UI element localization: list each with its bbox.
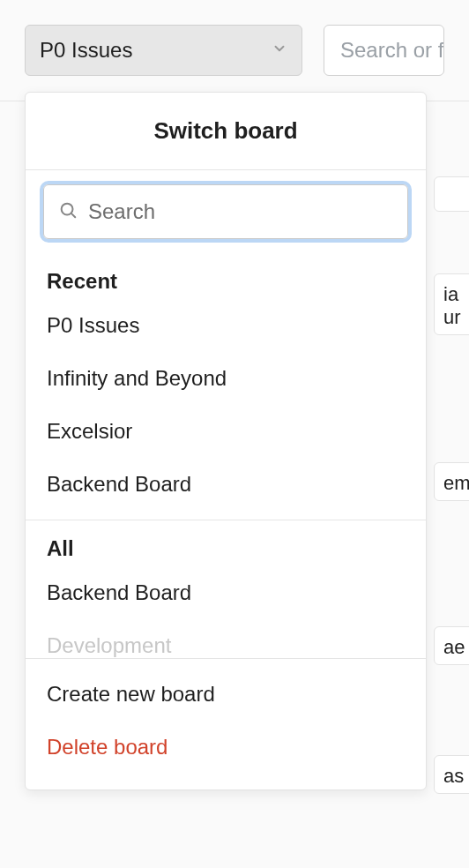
svg-line-1	[71, 213, 75, 217]
background-card	[434, 176, 469, 212]
dropdown-title: Switch board	[26, 93, 426, 170]
top-bar: P0 Issues Search or f	[0, 0, 469, 101]
dropdown-actions: Create new board Delete board	[26, 658, 426, 789]
background-card: ae	[434, 626, 469, 665]
board-selector-button[interactable]: P0 Issues	[25, 25, 302, 76]
search-or-filter-input[interactable]: Search or f	[324, 25, 444, 76]
search-placeholder-text: Search or f	[340, 38, 443, 62]
dropdown-search-wrap	[26, 170, 426, 253]
board-item-excelsior[interactable]: Excelsior	[26, 405, 426, 458]
switch-board-dropdown: Switch board Recent P0 Issues Infinity a…	[25, 92, 427, 790]
search-icon	[58, 200, 78, 223]
dropdown-search-input[interactable]	[88, 199, 393, 224]
board-item-backend-board[interactable]: Backend Board	[26, 458, 426, 511]
board-item-development[interactable]: Development	[26, 619, 426, 658]
board-item-infinity-and-beyond[interactable]: Infinity and Beyond	[26, 352, 426, 405]
recent-section-label: Recent	[26, 253, 426, 299]
board-item-backend-board-all[interactable]: Backend Board	[26, 566, 426, 619]
dropdown-search-box[interactable]	[43, 184, 408, 239]
chevron-down-icon	[272, 41, 287, 60]
delete-board-button[interactable]: Delete board	[26, 721, 426, 774]
all-section-label: All	[26, 520, 426, 566]
background-card: ia ur	[434, 273, 469, 335]
board-selector-label: P0 Issues	[40, 38, 132, 63]
background-card: em	[434, 462, 469, 501]
boards-list: Recent P0 Issues Infinity and Beyond Exc…	[26, 253, 426, 658]
create-new-board-button[interactable]: Create new board	[26, 668, 426, 721]
background-card: as	[434, 755, 469, 794]
board-item-p0-issues[interactable]: P0 Issues	[26, 299, 426, 352]
